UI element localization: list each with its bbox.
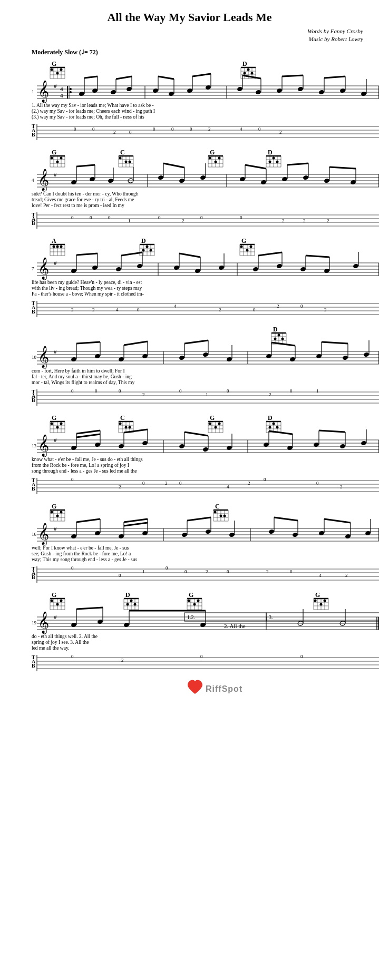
svg-point-407 <box>218 422 221 425</box>
svg-text:0: 0 <box>166 565 168 571</box>
svg-text:D: D <box>125 591 130 599</box>
svg-point-590 <box>134 603 137 605</box>
svg-point-229 <box>150 249 152 251</box>
svg-point-385 <box>60 422 63 425</box>
svg-point-611 <box>324 599 326 602</box>
svg-text:0: 0 <box>200 654 203 659</box>
svg-text:G: G <box>210 414 215 422</box>
svg-text:fal - ter,    And    my    sou: fal - ter, And my soul a - thirst may be… <box>32 374 132 379</box>
svg-text:2: 2 <box>219 307 221 312</box>
svg-text:10: 10 <box>32 355 37 360</box>
svg-point-631 <box>200 622 206 628</box>
svg-line-434 <box>76 434 100 437</box>
svg-text:G: G <box>52 414 56 422</box>
svg-point-503 <box>214 511 217 513</box>
words-credit: Words by Fanny Crosby <box>16 27 363 35</box>
svg-text:0: 0 <box>142 481 145 486</box>
svg-line-254 <box>76 253 98 255</box>
svg-text:life    has    been    my    g: life has been my guide? Heav'n - ly peac… <box>32 280 142 285</box>
tab-7: T A B 0 2 0 0 <box>32 654 379 671</box>
svg-point-505 <box>220 514 222 517</box>
svg-text:3.: 3. <box>269 614 273 620</box>
svg-text:2: 2 <box>142 392 145 397</box>
svg-text:0: 0 <box>227 569 229 574</box>
riffspot-logo: RiffSpot <box>188 680 242 693</box>
svg-text:0: 0 <box>74 126 76 132</box>
svg-point-526 <box>181 532 188 537</box>
staff-2: 4 𝄞 # <box>32 163 379 192</box>
svg-point-492 <box>60 511 63 513</box>
svg-point-69 <box>318 90 325 95</box>
staff-5: 13 𝄞 # <box>32 429 379 457</box>
svg-text:0: 0 <box>119 388 121 394</box>
svg-point-240 <box>246 249 249 251</box>
svg-text:0: 0 <box>184 569 187 574</box>
svg-point-172 <box>260 180 267 185</box>
svg-line-332 <box>124 341 148 345</box>
score-svg: Moderately Slow (♩= 72) G D 1 <box>16 45 379 980</box>
svg-text:spring    of    joy    I    se: spring of joy I see. 3. All the <box>32 640 89 645</box>
svg-text:#: # <box>54 525 57 532</box>
svg-line-543 <box>324 519 351 523</box>
svg-text:B: B <box>32 220 35 226</box>
svg-text:4: 4 <box>240 126 242 132</box>
svg-text:1: 1 <box>128 218 131 223</box>
svg-point-534 <box>268 529 275 534</box>
svg-point-271 <box>276 263 283 269</box>
svg-point-141 <box>273 156 275 159</box>
svg-point-580 <box>51 599 53 602</box>
svg-point-397 <box>129 426 131 428</box>
svg-line-68 <box>282 75 303 76</box>
svg-point-330 <box>142 354 148 359</box>
svg-line-179 <box>287 163 308 165</box>
svg-point-459 <box>361 440 367 446</box>
svg-text:0: 0 <box>171 126 174 132</box>
svg-point-42 <box>110 90 116 95</box>
svg-point-600 <box>197 599 200 602</box>
svg-point-536 <box>292 532 298 537</box>
svg-point-528 <box>205 529 211 534</box>
page: All the Way My Savior Leads Me Words by … <box>0 0 379 980</box>
svg-point-53 <box>187 88 193 93</box>
svg-point-328 <box>118 357 124 362</box>
svg-text:𝄞: 𝄞 <box>38 80 49 103</box>
svg-point-504 <box>223 514 226 517</box>
svg-point-255 <box>115 267 122 272</box>
svg-text:mor - tal,    Wings    its    : mor - tal, Wings its flight to realms of… <box>32 380 134 385</box>
svg-line-327 <box>76 342 100 344</box>
svg-text:#: # <box>54 260 57 266</box>
svg-point-313 <box>281 337 284 340</box>
svg-point-409 <box>209 422 211 425</box>
svg-text:G: G <box>52 591 56 599</box>
svg-point-20 <box>247 68 250 71</box>
svg-text:0: 0 <box>290 569 293 574</box>
svg-text:2: 2 <box>327 218 329 223</box>
svg-text:2: 2 <box>269 392 271 397</box>
svg-point-429 <box>71 445 77 450</box>
svg-line-338 <box>184 340 208 344</box>
svg-point-130 <box>218 156 221 159</box>
svg-text:2: 2 <box>324 307 327 312</box>
svg-text:0: 0 <box>300 654 303 659</box>
svg-point-602 <box>188 599 190 602</box>
svg-text:A: A <box>52 237 56 244</box>
svg-text:see;    Gush - ing    from    : see; Gush - ing from the Rock be - fore … <box>32 551 131 556</box>
svg-point-39 <box>92 88 98 93</box>
svg-text:C: C <box>215 503 220 510</box>
svg-text:love!    Per - fect    rest   : love! Per - fect rest to me is prom - is… <box>32 203 124 208</box>
svg-text:D: D <box>273 326 278 333</box>
svg-point-446 <box>226 445 232 450</box>
svg-text:1: 1 <box>206 392 208 397</box>
svg-point-418 <box>273 422 275 425</box>
svg-text:#: # <box>54 348 57 355</box>
svg-text:B: B <box>32 132 35 138</box>
svg-point-601 <box>193 603 196 605</box>
svg-point-591 <box>127 603 129 605</box>
svg-text:𝄞: 𝄞 <box>38 434 49 457</box>
svg-text:2: 2 <box>345 573 348 578</box>
svg-text:2: 2 <box>71 307 74 312</box>
svg-text:#: # <box>54 171 57 178</box>
svg-point-170 <box>239 177 246 182</box>
svg-point-154 <box>89 177 95 182</box>
svg-point-266 <box>218 265 225 270</box>
